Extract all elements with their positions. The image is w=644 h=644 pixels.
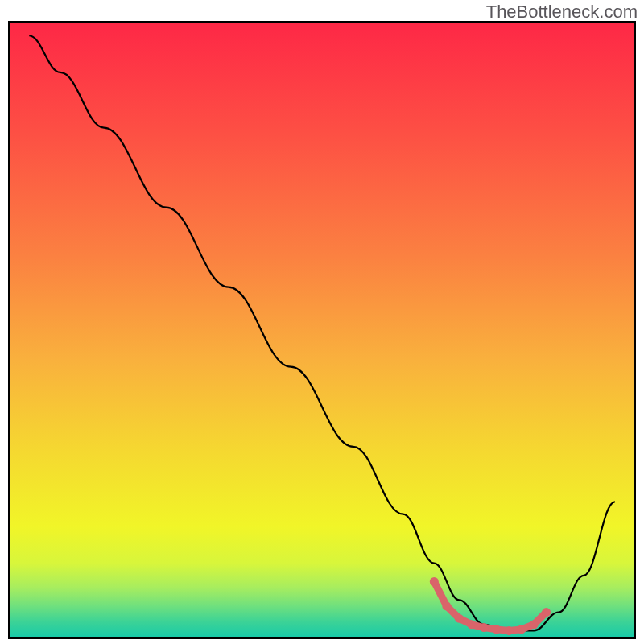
chart-plot-area xyxy=(8,21,636,639)
highlight-dot xyxy=(530,620,539,629)
chart-svg xyxy=(10,23,634,637)
gradient-background xyxy=(10,23,634,637)
highlight-dot xyxy=(492,625,501,634)
highlight-dot xyxy=(442,601,451,610)
watermark-text: TheBottleneck.com xyxy=(486,2,638,23)
highlight-dot xyxy=(467,620,476,629)
chart-container: TheBottleneck.com xyxy=(0,0,644,644)
highlight-dot xyxy=(480,623,489,632)
highlight-dot xyxy=(455,614,464,623)
highlight-dot xyxy=(542,608,551,617)
highlight-dot xyxy=(430,577,439,586)
highlight-dot xyxy=(505,626,514,635)
highlight-dot xyxy=(517,625,526,634)
